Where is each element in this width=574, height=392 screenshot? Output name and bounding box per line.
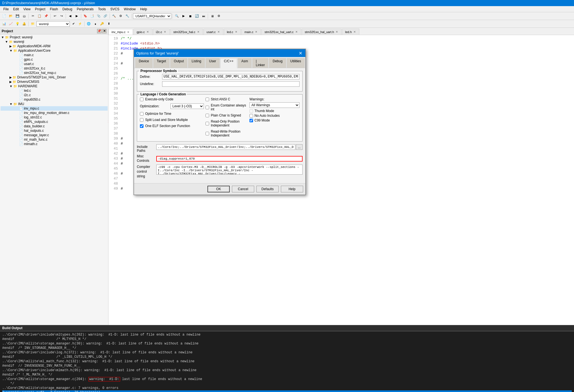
menu-help[interactable]: Help [138,7,149,12]
save-all-btn[interactable]: 🗂 [21,13,27,19]
reset-btn[interactable]: 🔄 [194,13,200,19]
tree-inv-mpu-c[interactable]: 📄 inv_mpu.c [1,106,108,111]
ok-button[interactable]: OK [207,186,230,192]
tree-data-builder[interactable]: 📄 data_builder.c [1,124,108,128]
search-btn[interactable]: 🔍 [174,13,180,19]
undo-btn[interactable]: ↩ [52,13,58,19]
cut-btn[interactable]: ✂ [30,13,36,19]
tree-led-c[interactable]: 📄 led.c [1,88,108,93]
dialog-tab-user[interactable]: User [206,58,220,68]
cancel-button[interactable]: Cancel [232,186,254,192]
settings-btn[interactable]: ⚙ [216,13,222,19]
t2-btn9[interactable]: ♦ [92,21,98,27]
copy-btn[interactable]: 📋 [36,13,43,19]
rebuild-btn[interactable]: ⚙ [118,13,124,19]
save-btn[interactable]: 💾 [14,13,21,19]
step-btn[interactable]: ⏭ [201,13,207,19]
menu-view[interactable]: View [21,7,33,12]
split-load-checkbox[interactable] [140,118,144,122]
t2-btn10[interactable]: 🔑 [99,21,105,27]
define-input[interactable] [162,74,300,80]
tab-led-h[interactable]: led.h ✕ [342,29,359,35]
t2-btn1[interactable]: 📊 [1,21,7,27]
tree-hardware[interactable]: ▼ 📁 HARDWARE [1,84,108,88]
tab-inv-mpu-c[interactable]: inv_mpu.c ✕ [108,29,133,35]
menu-window[interactable]: Window [122,7,138,12]
compiler-control-input[interactable]: -c99 -c -cpu Cortex-M3 -D__MICROLIB -g -… [156,165,303,175]
tree-mlmath[interactable]: 📄 mlmath.c [1,142,108,146]
tree-inv-mpu-dmp[interactable]: 📄 inv_mpu_dmp_motion_driver.c [1,111,108,115]
tree-usart-c[interactable]: 📄 usart.c [1,62,108,66]
t2-btn7[interactable]: ⚡ [77,21,83,27]
help-button[interactable]: Help [281,186,303,192]
build-output-content[interactable]: ..\Core\IMU\driver\include\mltypes.h(262… [0,331,574,392]
dialog-tab-asm[interactable]: Asm [238,58,252,68]
nav-fwd-btn[interactable]: ▶ [74,13,80,19]
new-btn[interactable]: 📄 [1,13,7,19]
c99-mode-checkbox[interactable] [249,119,253,122]
nav-back-btn[interactable]: ◀ [67,13,73,19]
tree-mpu-c[interactable]: 📄 mpu6050.c [1,97,108,102]
tree-wurenji[interactable]: ▼ 📁 wurenji [1,39,108,44]
tree-app-user[interactable]: ▼ 📁 Application/User/Core [1,48,108,53]
menu-tools[interactable]: Tools [96,7,108,12]
dialog-tab-target[interactable]: Target [153,58,170,68]
tab-uart-h-close[interactable]: ✕ [335,30,338,33]
run-btn[interactable]: ▶ [180,13,187,19]
tree-app-mdk[interactable]: ▶ 📁 Application/MDK-ARM [1,44,108,48]
tree-stm32-hal-msp[interactable]: 📄 stm32f1xx_hal_msp.c [1,71,108,75]
bookmark-btn[interactable]: 🔖 [82,13,88,19]
dialog-tab-cc[interactable]: C/C++ [220,58,237,68]
menu-edit[interactable]: Edit [11,7,21,12]
plain-char-checkbox[interactable] [206,114,209,117]
tab-led-h-close[interactable]: ✕ [353,30,356,33]
read-only-pos-checkbox[interactable] [206,122,209,125]
tab-stm32-uart-c[interactable]: stm32f1xx_hal_uart.c ✕ [261,29,301,35]
redo-btn[interactable]: ↪ [58,13,65,19]
tab-uart-c-close[interactable]: ✕ [295,30,298,33]
execute-only-checkbox[interactable] [140,98,144,101]
menu-file[interactable]: File [1,7,11,12]
function-combo[interactable]: USART1_IRQHandler [133,13,171,19]
tree-drivers-cmsis[interactable]: ▶ 📁 Drivers/CMSIS [1,80,108,84]
tab-gpio-close[interactable]: ✕ [146,30,149,33]
tab-i2c-close[interactable]: ✕ [163,30,167,33]
tab-stm32-uart-h[interactable]: stm32f1xx_hal_uart.h ✕ [302,29,342,35]
menu-project[interactable]: Project [33,7,48,12]
buildall-btn[interactable]: 🔧 [124,13,130,19]
menu-svcs[interactable]: SVCS [108,7,122,12]
tab-stm32-hal-close[interactable]: ✕ [197,30,200,33]
t2-btn8[interactable]: 🌐 [86,21,92,27]
warnings-select[interactable]: All Warnings [249,102,300,108]
dialog-tab-linker[interactable]: | Linker [252,58,269,68]
optimize-time-checkbox[interactable] [140,112,144,116]
tab-stm32-hal[interactable]: stm32f1xx_hal.c ✕ [170,29,203,35]
bookmark3-btn[interactable]: 📎 [96,13,102,19]
tab-gpio-c[interactable]: gpio.c ✕ [133,29,152,35]
include-paths-browse-btn[interactable]: ... [296,144,303,150]
optimization-select[interactable]: Level 3 (-O3) [170,103,204,109]
tree-message-layer[interactable]: 📄 message_layer.c [1,133,108,137]
tab-led-close[interactable]: ✕ [234,30,238,33]
t2-btn11[interactable]: ⬆ [106,21,112,27]
tree-ml-math-func[interactable]: 📄 ml_math_func.c [1,137,108,142]
tree-stm32-it[interactable]: 📄 stm32f1xx_it.c [1,66,108,71]
tree-imu[interactable]: ▼ 📁 IMU [1,102,108,106]
panel-pin-btn[interactable]: 📌 [97,29,102,33]
thumb-mode-checkbox[interactable] [249,109,253,113]
tab-main-c[interactable]: main.c ✕ [241,29,261,35]
tree-i2c-c[interactable]: 📄 i2c.c [1,93,108,97]
t2-btn4[interactable]: 🔔 [21,21,27,27]
tree-main-c[interactable]: 📄 main.c [1,53,108,57]
tab-led-c[interactable]: led.c ✕ [224,29,241,35]
tab-inv-mpu-c-close[interactable]: ✕ [127,31,130,34]
enum-container-checkbox[interactable] [206,106,209,109]
tab-i2c-c[interactable]: i2c.c ✕ [153,29,170,35]
paste-btn[interactable]: 📌 [43,13,49,19]
tab-main-close[interactable]: ✕ [254,30,258,33]
bookmark2-btn[interactable]: 📑 [89,13,95,19]
dialog-tab-utilities[interactable]: Utilities [287,58,305,68]
dialog-tab-debug[interactable]: Debug [269,58,286,68]
monitor-btn[interactable]: 🖥 [209,13,215,19]
tab-usart-c[interactable]: usart.c ✕ [204,29,223,35]
